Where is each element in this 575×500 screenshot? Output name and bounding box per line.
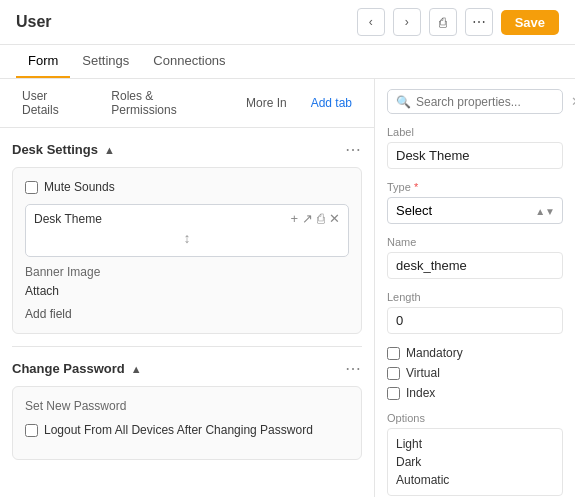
- logout-row: Logout From All Devices After Changing P…: [25, 423, 349, 437]
- tab-connections[interactable]: Connections: [141, 45, 237, 78]
- desk-theme-header: Desk Theme + ↗ ⎙ ✕: [34, 211, 340, 226]
- left-panel: User Details Roles & Permissions More In…: [0, 79, 375, 497]
- options-list: Light Dark Automatic: [387, 428, 563, 496]
- label-property: Label Desk Theme: [387, 126, 563, 169]
- desk-settings-more[interactable]: ⋯: [345, 140, 362, 159]
- search-input[interactable]: [416, 95, 566, 109]
- index-row: Index: [387, 386, 563, 400]
- banner-label: Banner Image: [25, 265, 349, 279]
- desk-theme-label: Desk Theme: [34, 212, 102, 226]
- mandatory-label: Mandatory: [406, 346, 463, 360]
- required-indicator: *: [414, 181, 418, 193]
- length-property: Length 0: [387, 291, 563, 334]
- field-actions: + ↗ ⎙ ✕: [290, 211, 340, 226]
- type-prop-label: Type *: [387, 181, 563, 193]
- desk-settings-section: Desk Settings ▲ ⋯ Mute Sounds Desk Theme…: [12, 140, 362, 334]
- more-options-button[interactable]: ⋯: [465, 8, 493, 36]
- type-property: Type * Select Data Link Int Float Check …: [387, 181, 563, 224]
- index-checkbox[interactable]: [387, 387, 400, 400]
- add-tab-button[interactable]: Add tab: [301, 92, 362, 114]
- search-icon: 🔍: [396, 95, 411, 109]
- close-search-icon[interactable]: ✕: [571, 94, 575, 109]
- logout-checkbox[interactable]: [25, 424, 38, 437]
- field-controls: ↕: [34, 226, 340, 250]
- add-icon[interactable]: +: [290, 211, 298, 226]
- logout-label: Logout From All Devices After Changing P…: [44, 423, 313, 437]
- tab-settings[interactable]: Settings: [70, 45, 141, 78]
- change-password-title: Change Password: [12, 361, 125, 376]
- stepper-icon[interactable]: ↕: [184, 230, 191, 246]
- label-prop-label: Label: [387, 126, 563, 138]
- nav-prev-button[interactable]: ‹: [357, 8, 385, 36]
- sub-tab-more-in[interactable]: More In: [236, 92, 297, 114]
- main-tabs: Form Settings Connections: [0, 45, 575, 79]
- name-property: Name desk_theme: [387, 236, 563, 279]
- change-password-section: Change Password ▲ ⋯ Set New Password Log…: [12, 359, 362, 460]
- close-icon[interactable]: ✕: [329, 211, 340, 226]
- desk-theme-field: Desk Theme + ↗ ⎙ ✕ ↕: [25, 204, 349, 257]
- attach-button[interactable]: Attach: [25, 284, 59, 298]
- change-password-more[interactable]: ⋯: [345, 359, 362, 378]
- right-panel: 🔍 ✕ Label Desk Theme Type * Select Data …: [375, 79, 575, 497]
- virtual-checkbox[interactable]: [387, 367, 400, 380]
- copy-icon[interactable]: ⎙: [317, 211, 325, 226]
- index-label: Index: [406, 386, 435, 400]
- header: User ‹ › ⎙ ⋯ Save: [0, 0, 575, 45]
- section-divider: [12, 346, 362, 347]
- change-password-body: Set New Password Logout From All Devices…: [12, 386, 362, 460]
- option-automatic: Automatic: [396, 471, 554, 489]
- desk-settings-body: Mute Sounds Desk Theme + ↗ ⎙ ✕ ↕: [12, 167, 362, 334]
- mute-sounds-row: Mute Sounds: [25, 180, 349, 194]
- nav-next-button[interactable]: ›: [393, 8, 421, 36]
- change-password-toggle[interactable]: ▲: [131, 363, 142, 375]
- add-field-button[interactable]: Add field: [25, 307, 72, 321]
- page-title: User: [16, 13, 349, 31]
- name-prop-value[interactable]: desk_theme: [387, 252, 563, 279]
- type-select-wrapper: Select Data Link Int Float Check Text ▲▼: [387, 197, 563, 224]
- checkboxes-section: Mandatory Virtual Index: [387, 346, 563, 400]
- length-prop-label: Length: [387, 291, 563, 303]
- mandatory-checkbox[interactable]: [387, 347, 400, 360]
- mandatory-row: Mandatory: [387, 346, 563, 360]
- virtual-label: Virtual: [406, 366, 440, 380]
- label-prop-value[interactable]: Desk Theme: [387, 142, 563, 169]
- layout: User Details Roles & Permissions More In…: [0, 79, 575, 497]
- sub-tabs: User Details Roles & Permissions More In…: [0, 79, 374, 128]
- virtual-row: Virtual: [387, 366, 563, 380]
- desk-settings-toggle[interactable]: ▲: [104, 144, 115, 156]
- option-light: Light: [396, 435, 554, 453]
- options-label: Options: [387, 412, 563, 424]
- type-select[interactable]: Select Data Link Int Float Check Text: [387, 197, 563, 224]
- change-password-header: Change Password ▲ ⋯: [12, 359, 362, 378]
- desk-settings-title: Desk Settings: [12, 142, 98, 157]
- save-button[interactable]: Save: [501, 10, 559, 35]
- options-section: Options Light Dark Automatic: [387, 412, 563, 496]
- link-icon[interactable]: ↗: [302, 211, 313, 226]
- search-bar: 🔍 ✕: [387, 89, 563, 114]
- sub-tab-roles[interactable]: Roles & Permissions: [101, 85, 232, 121]
- mute-sounds-label: Mute Sounds: [44, 180, 115, 194]
- set-password-label: Set New Password: [25, 399, 349, 413]
- print-button[interactable]: ⎙: [429, 8, 457, 36]
- desk-settings-header: Desk Settings ▲ ⋯: [12, 140, 362, 159]
- length-prop-value[interactable]: 0: [387, 307, 563, 334]
- sub-tab-user-details[interactable]: User Details: [12, 85, 97, 121]
- mute-sounds-checkbox[interactable]: [25, 181, 38, 194]
- option-dark: Dark: [396, 453, 554, 471]
- name-prop-label: Name: [387, 236, 563, 248]
- tab-form[interactable]: Form: [16, 45, 70, 78]
